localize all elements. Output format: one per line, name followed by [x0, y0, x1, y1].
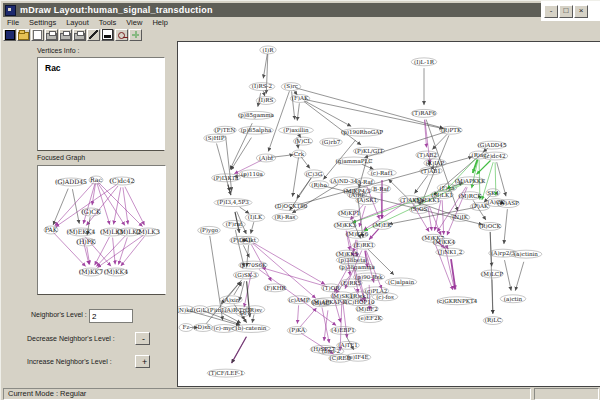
- graph-node[interactable]: SK4: [486, 189, 500, 197]
- decrease-level-button[interactable]: -: [135, 332, 150, 345]
- graph-node[interactable]: (T)CF/LEF-1: [207, 369, 245, 377]
- graph-node[interactable]: Crk: [292, 150, 306, 158]
- graph-node[interactable]: (A)rp2/3: [489, 249, 518, 257]
- graph-node[interactable]: (P)axillin: [279, 126, 314, 134]
- graph-node[interactable]: (c)dc42: [482, 152, 508, 160]
- graph-node[interactable]: (T)AB2: [416, 151, 439, 159]
- graph-node[interactable]: (W)ASP: [497, 200, 520, 208]
- graph-node[interactable]: (S)OS: [409, 206, 429, 214]
- zoom-in-button[interactable]: [129, 29, 142, 41]
- graph-node[interactable]: (M)RCK: [459, 192, 483, 200]
- graph-node[interactable]: PAK: [44, 226, 58, 234]
- neighbors-level-input[interactable]: [89, 309, 133, 323]
- ink-tool-button[interactable]: [101, 29, 114, 41]
- graph-node[interactable]: (M)EF2: [356, 305, 379, 313]
- graph-node[interactable]: (N)kd: [178, 306, 195, 314]
- graph-node[interactable]: (M)KK3: [334, 221, 357, 229]
- graph-node[interactable]: (a)ctinin: [510, 250, 542, 258]
- graph-node[interactable]: (I)RS: [256, 97, 276, 105]
- graph-node[interactable]: (H)PK: [76, 238, 96, 246]
- graph-node[interactable]: (V)CL: [293, 137, 313, 145]
- graph-node[interactable]: (c)-Raf1: [368, 169, 397, 177]
- graph-node[interactable]: (M)LK3: [136, 228, 160, 236]
- graph-node[interactable]: (T)AB1: [420, 167, 443, 175]
- graph-node[interactable]: (M)KK6: [346, 230, 369, 238]
- graph-node[interactable]: (c)GKRNPKT4: [437, 297, 478, 305]
- pen-tool-button[interactable]: [87, 29, 100, 41]
- graph-node[interactable]: (p)190RhoGAP: [341, 128, 383, 136]
- graph-node[interactable]: (P)I3K1a: [212, 174, 241, 182]
- menu-settings[interactable]: Settings: [25, 18, 60, 27]
- graph-node[interactable]: (M)KP1: [338, 210, 361, 218]
- graph-node[interactable]: (E)RK5: [340, 279, 363, 287]
- focused-graph-svg[interactable]: (G)ADD45Rac(C)dc42(G)CKPAK(M)EKK4(H)PK(M…: [38, 166, 165, 294]
- graph-node[interactable]: (M)APKKK: [455, 177, 486, 185]
- graph-node[interactable]: (M)EK: [372, 221, 392, 229]
- graph-node[interactable]: (4)EBP1: [330, 327, 356, 335]
- graph-node[interactable]: (R)ho: [309, 181, 329, 189]
- graph-node[interactable]: (p)38gamma: [339, 263, 376, 271]
- graph-node[interactable]: (P)TEN: [214, 126, 237, 134]
- graph-node[interactable]: (T)RAF6: [411, 109, 437, 117]
- graph-canvas[interactable]: (I)R(I)RS-2(S)rc(I)RS(F)AK(p)85gamma(P)T…: [177, 41, 600, 387]
- graph-node[interactable]: (A)kt: [239, 236, 259, 244]
- graph-node[interactable]: (S)HIP: [204, 134, 227, 142]
- graph-node[interactable]: (H)SP27: [310, 345, 336, 353]
- graph-node[interactable]: (C)alpain: [385, 278, 417, 286]
- graph-node[interactable]: (M)LK1: [431, 191, 454, 199]
- copy-button[interactable]: [73, 29, 86, 41]
- graph-node[interactable]: (G)ADD45: [478, 141, 507, 149]
- graph-node[interactable]: (G)L: [192, 306, 208, 314]
- graph-node[interactable]: (a)ctin: [500, 295, 526, 303]
- graph-node[interactable]: (P)KA: [287, 327, 307, 335]
- graph-node[interactable]: (M)APKAP-K: [311, 298, 347, 306]
- graph-node[interactable]: (I)RS-2: [249, 83, 275, 91]
- graph-node[interactable]: (P)ygo: [198, 226, 221, 234]
- graph-node[interactable]: (J)NK1,2: [436, 248, 465, 256]
- graph-node[interactable]: (P)KL/GIT: [353, 147, 385, 155]
- graph-node[interactable]: (M)KK7: [79, 268, 103, 276]
- graph-node[interactable]: (F)KHR: [264, 284, 287, 292]
- open-file-button[interactable]: [17, 29, 30, 41]
- focused-graph-panel[interactable]: (G)ADD45Rac(C)dc42(G)CKPAK(M)EKK4(H)PK(M…: [37, 165, 166, 295]
- graph-node[interactable]: (C)dc42: [109, 177, 135, 185]
- graph-node[interactable]: B-Raf: [371, 185, 391, 193]
- graph-node[interactable]: (b)-catenin: [232, 325, 270, 333]
- title-bar[interactable]: mDraw Layout:human_signal_transduction: [3, 3, 541, 17]
- graph-node[interactable]: (c)AMP: [288, 296, 311, 304]
- print-button[interactable]: [59, 29, 72, 41]
- menu-tools[interactable]: Tools: [95, 18, 121, 27]
- select-tool-button[interactable]: [3, 29, 16, 41]
- menu-help[interactable]: Help: [148, 18, 171, 27]
- graph-node[interactable]: (D)sh: [193, 324, 213, 332]
- graph-node[interactable]: (R)PTK: [440, 126, 463, 134]
- graph-node[interactable]: (T)OR: [321, 284, 341, 292]
- graph-node[interactable]: (E)RK1: [353, 241, 376, 249]
- graph-node[interactable]: (R)sv: [245, 306, 265, 314]
- graph-node[interactable]: (e)IF4E: [345, 353, 371, 361]
- main-graph-svg[interactable]: (I)R(I)RS-2(S)rc(I)RS(F)AK(p)85gamma(P)T…: [178, 42, 600, 386]
- export-button[interactable]: [45, 29, 58, 41]
- graph-node[interactable]: (A)xin: [220, 296, 243, 304]
- graph-node[interactable]: A-Raf: [355, 178, 375, 186]
- graph-node[interactable]: (G)CK: [81, 208, 101, 216]
- graph-node[interactable]: (p)70S6K: [239, 261, 268, 269]
- graph-node[interactable]: (p)38beta: [336, 256, 368, 264]
- graph-node[interactable]: (c)-fos: [372, 293, 398, 301]
- save-file-button[interactable]: [31, 29, 44, 41]
- graph-node[interactable]: (e)EF2K: [357, 315, 383, 323]
- graph-node[interactable]: (I)R: [260, 46, 276, 54]
- graph-node[interactable]: (X)IAP: [424, 159, 447, 167]
- graph-node[interactable]: (R)LC: [483, 317, 503, 325]
- increase-level-button[interactable]: +: [135, 355, 150, 368]
- maximize-button[interactable]: □: [559, 5, 573, 18]
- graph-node[interactable]: (R)OCK: [479, 222, 502, 230]
- graph-node[interactable]: (p)110a: [239, 170, 265, 178]
- menu-view[interactable]: View: [122, 18, 146, 27]
- graph-node[interactable]: (I)L-1R: [411, 58, 437, 66]
- vertices-info-listbox[interactable]: Rac: [37, 57, 165, 151]
- graph-node[interactable]: (A)SK1: [356, 197, 379, 205]
- menu-file[interactable]: File: [3, 18, 23, 27]
- graph-node[interactable]: (F)AK: [290, 95, 310, 103]
- graph-node[interactable]: (M)LCP: [481, 270, 504, 278]
